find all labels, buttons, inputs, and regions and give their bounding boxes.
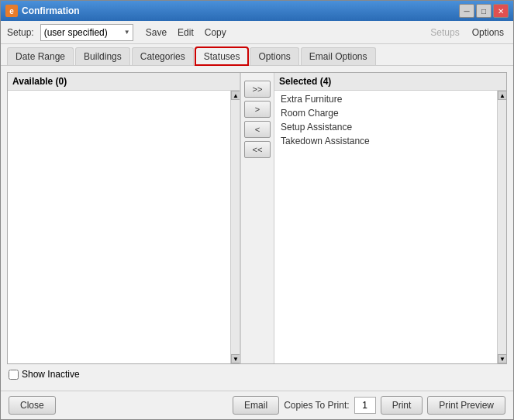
footer: Close Email Copies To Print: Print Print…	[1, 391, 513, 419]
copies-to-print-label: Copies To Print:	[284, 400, 350, 411]
edit-menu-button[interactable]: Edit	[174, 26, 197, 40]
tab-email-options[interactable]: Email Options	[301, 47, 376, 65]
selected-scrollbar[interactable]: ▲ ▼	[497, 91, 506, 363]
setups-menu-button[interactable]: Setups	[427, 26, 462, 40]
menu-bar: Setup: (user specified) Save Edit Copy S…	[1, 21, 513, 44]
scroll-up-arrow[interactable]: ▲	[498, 91, 506, 100]
selected-panel: Selected (4) Extra Furniture Room Charge…	[274, 73, 506, 363]
print-button[interactable]: Print	[381, 396, 423, 415]
content-area: Available (0) ▲ ▼ >> > < <<	[1, 66, 513, 391]
maximize-button[interactable]: □	[476, 4, 492, 18]
selected-scroll-area: Extra Furniture Room Charge Setup Assist…	[274, 91, 506, 363]
available-list	[8, 91, 230, 363]
window-title: Confirmation	[22, 5, 459, 16]
email-button[interactable]: Email	[233, 396, 279, 415]
available-scroll-area: ▲ ▼	[8, 91, 240, 363]
copies-input[interactable]	[354, 397, 376, 414]
list-item[interactable]: Extra Furniture	[278, 92, 494, 106]
tab-categories[interactable]: Categories	[132, 47, 194, 65]
tab-options[interactable]: Options	[250, 47, 298, 65]
show-inactive-label[interactable]: Show Inactive	[9, 369, 80, 380]
menu-buttons: Save Edit Copy	[143, 26, 229, 40]
tab-date-range[interactable]: Date Range	[7, 47, 74, 65]
close-button[interactable]: Close	[9, 396, 56, 415]
show-inactive-checkbox[interactable]	[9, 370, 19, 380]
close-window-button[interactable]: ✕	[493, 4, 509, 18]
list-item[interactable]: Setup Assistance	[278, 120, 494, 134]
setup-select-wrapper: (user specified)	[40, 24, 133, 41]
scroll-down-arrow[interactable]: ▼	[231, 354, 240, 363]
print-preview-button[interactable]: Print Preview	[427, 396, 505, 415]
available-header: Available (0)	[8, 73, 240, 91]
move-left-button[interactable]: <	[244, 121, 271, 138]
copy-menu-button[interactable]: Copy	[202, 26, 229, 40]
tab-statuses[interactable]: Statuses	[195, 47, 249, 65]
scroll-down-arrow[interactable]: ▼	[498, 354, 506, 363]
minimize-button[interactable]: ─	[459, 4, 474, 18]
available-scrollbar[interactable]: ▲ ▼	[230, 91, 240, 363]
show-inactive-text: Show Inactive	[22, 369, 80, 380]
move-right-button[interactable]: >	[244, 101, 271, 118]
tab-buildings[interactable]: Buildings	[75, 47, 130, 65]
tab-bar: Date Range Buildings Categories Statuses…	[1, 44, 513, 66]
save-menu-button[interactable]: Save	[143, 26, 170, 40]
transfer-buttons: >> > < <<	[240, 73, 274, 363]
setup-select[interactable]: (user specified)	[40, 24, 133, 41]
main-window: e Confirmation ─ □ ✕ Setup: (user specif…	[0, 0, 514, 420]
move-all-left-button[interactable]: <<	[244, 141, 271, 158]
setup-label: Setup:	[7, 27, 34, 38]
list-item[interactable]: Room Charge	[278, 106, 494, 120]
selected-header: Selected (4)	[274, 73, 506, 91]
bottom-controls: Show Inactive	[7, 364, 507, 384]
title-bar-buttons: ─ □ ✕	[459, 4, 509, 18]
app-icon: e	[5, 5, 18, 17]
available-panel: Available (0) ▲ ▼	[8, 73, 240, 363]
title-bar: e Confirmation ─ □ ✕	[1, 1, 513, 21]
lists-container: Available (0) ▲ ▼ >> > < <<	[7, 72, 507, 364]
list-item[interactable]: Takedown Assistance	[278, 134, 494, 148]
selected-list: Extra Furniture Room Charge Setup Assist…	[274, 91, 497, 363]
move-all-right-button[interactable]: >>	[244, 81, 271, 98]
options-menu-button[interactable]: Options	[469, 26, 507, 40]
scroll-up-arrow[interactable]: ▲	[231, 91, 240, 100]
